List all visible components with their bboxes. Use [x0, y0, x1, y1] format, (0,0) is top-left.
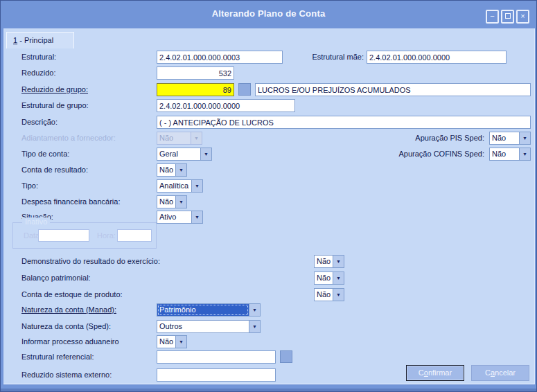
natureza-manad-value: Patrimônio	[157, 304, 249, 316]
inativo-legend: Inativo	[22, 217, 50, 226]
reduzido-label: Reduzido:	[21, 66, 56, 80]
apuracao-pis-dropdown-arrow-icon[interactable]: ▼	[519, 132, 530, 144]
confirm-label-post: nfirmar	[428, 368, 452, 377]
processo-aduaneiro-value: Não	[157, 336, 175, 348]
tab-principal[interactable]: 1 - Principal	[6, 32, 74, 48]
estrutural-referencial-label: Estrutural referencial:	[21, 350, 94, 364]
natureza-manad-label: Natureza da conta (Manad):	[21, 303, 116, 317]
inativo-data-input[interactable]	[38, 229, 89, 242]
minimize-icon: −	[490, 12, 494, 20]
conta-resultado-value: Não	[157, 164, 175, 176]
situacao-combo[interactable]: Ativo ▼	[157, 211, 203, 224]
title-bar: Alterando Plano de Conta − ×	[1, 1, 536, 28]
cancel-button[interactable]: Cancelar	[471, 365, 529, 381]
processo-aduaneiro-label: Informar processo aduaneiro	[21, 335, 119, 348]
close-icon: ×	[520, 12, 525, 20]
estrutural-referencial-input[interactable]	[157, 350, 276, 364]
estrutural-grupo-label: Estrutural de grupo:	[21, 99, 89, 112]
situacao-value: Ativo	[157, 211, 191, 223]
natureza-sped-combo[interactable]: Outros ▼	[157, 320, 261, 333]
tipo-value: Analítica	[157, 180, 191, 192]
estrutural-label: Estrutural:	[21, 51, 56, 64]
conta-resultado-label: Conta de resultado:	[21, 163, 88, 177]
conta-resultado-combo[interactable]: Não ▼	[157, 163, 187, 177]
tipo-label: Tipo:	[21, 179, 38, 193]
apuracao-pis-value: Não	[490, 132, 519, 144]
reduzido-externo-label: Reduzido sistema externo:	[21, 368, 112, 382]
natureza-manad-dropdown-arrow-icon[interactable]: ▼	[249, 304, 260, 316]
inativo-hora-input[interactable]	[117, 229, 152, 242]
tipo-combo[interactable]: Analítica ▼	[157, 179, 203, 193]
demonstrativo-value: Não	[315, 256, 333, 267]
natureza-sped-dropdown-arrow-icon[interactable]: ▼	[249, 321, 260, 332]
processo-aduaneiro-dropdown-arrow-icon[interactable]: ▼	[175, 336, 186, 348]
natureza-sped-value: Outros	[157, 321, 249, 332]
confirm-button[interactable]: Confirmar	[406, 365, 464, 381]
adiantamento-value: Não	[157, 132, 191, 144]
apuracao-cofins-dropdown-arrow-icon[interactable]: ▼	[519, 148, 530, 160]
reduzido-externo-input[interactable]	[157, 368, 276, 382]
window-bottom-edge	[1, 389, 536, 391]
conta-estoque-dropdown-arrow-icon[interactable]: ▼	[333, 289, 344, 301]
balanco-dropdown-arrow-icon[interactable]: ▼	[333, 272, 344, 284]
tipo-dropdown-arrow-icon[interactable]: ▼	[191, 180, 202, 192]
despesa-financeira-dropdown-arrow-icon[interactable]: ▼	[175, 196, 186, 208]
tipo-conta-value: Geral	[157, 148, 200, 160]
estrutural-input[interactable]	[157, 51, 283, 64]
estrutural-mae-input[interactable]	[367, 51, 507, 64]
natureza-manad-combo[interactable]: Patrimônio ▼	[157, 303, 261, 317]
conta-estoque-label: Conta de estoque de produto:	[21, 288, 123, 301]
reduzido-input[interactable]	[157, 66, 234, 80]
close-button[interactable]: ×	[516, 10, 529, 24]
estrutural-grupo-input[interactable]	[157, 99, 295, 112]
window-title: Alterando Plano de Conta	[1, 8, 536, 19]
cancel-label-pre: C	[485, 368, 491, 377]
demonstrativo-combo[interactable]: Não ▼	[314, 255, 344, 268]
demonstrativo-dropdown-arrow-icon[interactable]: ▼	[333, 256, 344, 267]
grupo-descricao-input[interactable]	[255, 83, 531, 96]
minimize-button[interactable]: −	[486, 10, 499, 24]
balanco-combo[interactable]: Não ▼	[314, 271, 344, 285]
despesa-financeira-combo[interactable]: Não ▼	[157, 195, 187, 208]
tab-label: - Principal	[17, 36, 53, 44]
apuracao-cofins-combo[interactable]: Não ▼	[489, 148, 531, 161]
adiantamento-dropdown-arrow-icon: ▼	[191, 132, 202, 144]
maximize-icon	[505, 13, 511, 19]
reduzido-grupo-input[interactable]	[157, 83, 234, 96]
despesa-financeira-label: Despesa financeira bancária:	[21, 195, 120, 208]
apuracao-pis-label: Apuração PIS Sped:	[326, 132, 484, 145]
demonstrativo-label: Demonstrativo do resultado do exercício:	[21, 255, 160, 268]
dialog-window: Alterando Plano de Conta − × 1 - Princip…	[0, 0, 537, 392]
maximize-button[interactable]	[501, 10, 514, 24]
descricao-label: Descrição:	[21, 116, 58, 129]
reduzido-grupo-lookup-button[interactable]	[238, 83, 251, 96]
despesa-financeira-value: Não	[157, 196, 175, 208]
inativo-groupbox: Inativo Data: Hora:	[12, 222, 157, 249]
apuracao-cofins-value: Não	[490, 148, 519, 160]
tipo-conta-combo[interactable]: Geral ▼	[157, 148, 212, 161]
conta-resultado-dropdown-arrow-icon[interactable]: ▼	[175, 164, 186, 176]
adiantamento-combo: Não ▼	[157, 132, 202, 145]
descricao-input[interactable]	[157, 116, 531, 129]
balanco-value: Não	[315, 272, 333, 284]
processo-aduaneiro-combo[interactable]: Não ▼	[157, 335, 187, 348]
apuracao-cofins-label: Apuração COFINS Sped:	[326, 148, 484, 161]
inativo-hora-label: Hora:	[97, 229, 116, 242]
adiantamento-label: Adiantamento a fornecedor:	[21, 132, 116, 145]
natureza-sped-label: Natureza da conta (Sped):	[21, 320, 111, 333]
reduzido-grupo-label: Reduzido de grupo:	[21, 83, 88, 96]
apuracao-pis-combo[interactable]: Não ▼	[489, 132, 531, 145]
confirm-label-pre: C	[419, 368, 424, 377]
tipo-conta-dropdown-arrow-icon[interactable]: ▼	[200, 148, 211, 160]
estrutural-referencial-lookup-button[interactable]	[280, 350, 292, 363]
balanco-label: Balanço patrimonial:	[21, 271, 91, 285]
conta-estoque-combo[interactable]: Não ▼	[314, 288, 344, 301]
tipo-conta-label: Tipo de conta:	[21, 148, 69, 161]
situacao-dropdown-arrow-icon[interactable]: ▼	[191, 211, 202, 223]
conta-estoque-value: Não	[315, 289, 333, 301]
estrutural-mae-label: Estrutural mãe:	[290, 51, 364, 64]
cancel-label-post: ncelar	[495, 368, 516, 377]
